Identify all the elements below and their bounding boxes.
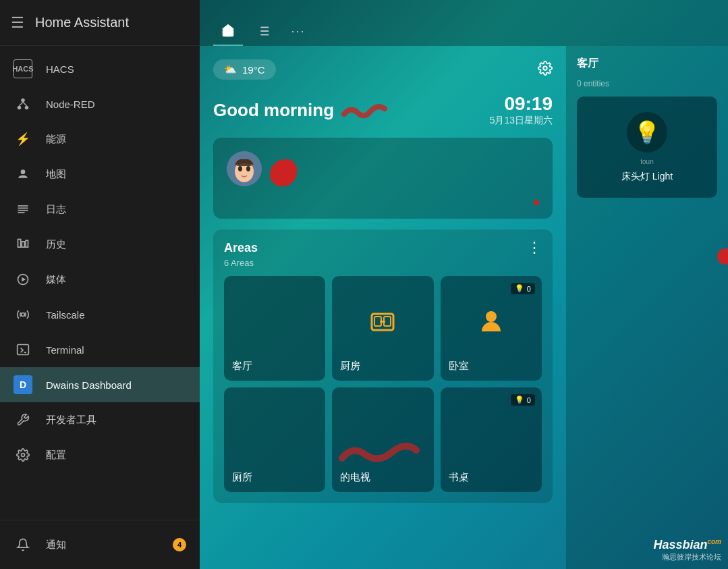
sidebar-item-tailscale[interactable]: Tailscale [0, 297, 200, 332]
light-state-label: toun [640, 158, 653, 165]
avatar [227, 151, 262, 186]
settings-gear-button[interactable] [538, 61, 553, 79]
nav-tab-more[interactable]: ··· [283, 16, 313, 46]
sidebar-item-map[interactable]: 地图 [0, 157, 200, 192]
map-icon [13, 165, 32, 184]
tailscale-icon [13, 305, 32, 324]
area-card-toilet[interactable]: 厕所 [224, 387, 325, 492]
time-block: 09:19 5月13日星期六 [490, 93, 553, 127]
tv-decoration [339, 438, 420, 465]
area-label-toilet: 厕所 [232, 471, 317, 484]
menu-toggle-icon[interactable]: ☰ [11, 14, 24, 32]
main-content: ··· ⛅ 19°C Good [200, 0, 728, 569]
hassbian-brand: Hassbiancom [653, 538, 721, 552]
area-label-kitchen: 厨房 [340, 360, 425, 373]
sidebar-item-label-tailscale: Tailscale [46, 309, 85, 321]
greeting-row: Good morning 09:19 5月13日星期六 [213, 93, 553, 127]
greeting-text: Good morning [213, 100, 334, 121]
log-icon [13, 200, 32, 219]
user-card-dot [534, 200, 539, 205]
bedroom-icon [476, 307, 506, 337]
right-panel: 客厅 0 entities 💡 toun 床头灯 Light Hassbianc… [566, 46, 728, 569]
area-label-bedroom: 卧室 [449, 360, 534, 373]
areas-section: Areas ⋮ 6 Areas 客厅 [213, 229, 553, 503]
sidebar-item-media[interactable]: 媒体 [0, 262, 200, 297]
right-panel-subtitle: 0 entities [577, 79, 717, 88]
areas-count: 6 Areas [224, 258, 542, 268]
svg-line-3 [20, 102, 24, 106]
area-card-living-room[interactable]: 客厅 [224, 276, 325, 381]
sidebar-item-label-energy: 能源 [46, 133, 66, 146]
history-icon [13, 235, 32, 254]
sidebar-item-label-media: 媒体 [46, 273, 66, 286]
sidebar-item-settings[interactable]: 配置 [0, 437, 200, 472]
hacs-icon: HACS [13, 59, 32, 78]
light-icon-wrapper: 💡 [627, 112, 667, 153]
sidebar-item-hacs[interactable]: HACS HACS [0, 51, 200, 86]
hassbian-tagline: 瀚思彼岸技术论坛 [653, 552, 721, 562]
sidebar-item-node-red[interactable]: Node-RED [0, 86, 200, 121]
svg-rect-11 [22, 242, 24, 247]
area-card-kitchen[interactable]: 厨房 [332, 276, 433, 381]
areas-header: Areas ⋮ [224, 240, 542, 255]
sidebar-item-label-devtools: 开发者工具 [46, 414, 96, 427]
svg-point-34 [486, 311, 497, 322]
svg-rect-10 [18, 240, 21, 248]
sidebar-item-label-settings: 配置 [46, 449, 66, 462]
lightbulb-icon: 💡 [634, 119, 661, 145]
sidebar-item-label-log: 日志 [46, 203, 66, 216]
sidebar-header: ☰ Home Assistant [0, 0, 200, 46]
user-status-blob [270, 159, 297, 186]
sidebar-item-history[interactable]: 历史 [0, 227, 200, 262]
sidebar-item-label-dwains: Dwains Dashboard [46, 379, 132, 391]
areas-grid: 客厅 厨房 [224, 276, 542, 492]
sidebar-footer: 通知 4 [0, 520, 200, 569]
area-card-bedroom[interactable]: 💡 0 卧室 [441, 276, 542, 381]
sidebar-item-log[interactable]: 日志 [0, 192, 200, 227]
bedroom-badge: 💡 0 [511, 283, 535, 294]
svg-marker-14 [22, 277, 26, 282]
weather-temperature: 19°C [242, 64, 265, 76]
svg-point-1 [18, 106, 22, 110]
red-dot-decoration [717, 248, 728, 265]
sidebar-item-label-history: 历史 [46, 238, 66, 251]
light-card[interactable]: 💡 toun 床头灯 Light [577, 97, 717, 198]
greeting-decoration [341, 101, 388, 119]
svg-point-29 [246, 166, 250, 171]
sidebar-item-dwains[interactable]: D Dwains Dashboard [0, 367, 200, 402]
svg-point-25 [543, 66, 547, 70]
sidebar-item-notifications[interactable]: 通知 4 [0, 527, 200, 562]
nav-tab-list[interactable] [248, 16, 278, 46]
nav-tab-home[interactable] [213, 16, 243, 46]
desk-badge-icon: 💡 [515, 396, 524, 404]
svg-point-15 [22, 313, 25, 317]
top-nav: ··· [200, 0, 728, 46]
media-icon [13, 270, 32, 289]
energy-icon: ⚡ [13, 130, 32, 148]
svg-rect-12 [26, 240, 28, 247]
app-title: Home Assistant [35, 15, 129, 30]
bedroom-badge-icon: 💡 [515, 284, 524, 293]
sidebar-item-terminal[interactable]: Terminal [0, 332, 200, 367]
svg-point-28 [238, 166, 242, 171]
sidebar-item-label-hacs: HACS [46, 63, 74, 75]
notification-label: 通知 [46, 539, 66, 551]
area-label-living-room: 客厅 [232, 360, 317, 373]
sidebar-item-label-terminal: Terminal [46, 344, 84, 356]
bedroom-badge-count: 0 [527, 285, 531, 293]
settings-icon [13, 445, 32, 464]
date-value: 5月13日星期六 [490, 115, 553, 127]
svg-point-5 [21, 169, 26, 174]
areas-title: Areas [224, 241, 258, 255]
sidebar: ☰ Home Assistant HACS HACS Node-RED [0, 0, 200, 569]
content-area: ⛅ 19°C Good morning [200, 46, 728, 569]
area-label-desk: 书桌 [449, 471, 534, 484]
svg-rect-33 [380, 321, 385, 323]
time-value: 09:19 [490, 93, 553, 115]
dwains-icon: D [13, 375, 32, 394]
sidebar-item-devtools[interactable]: 开发者工具 [0, 402, 200, 437]
sidebar-item-energy[interactable]: ⚡ 能源 [0, 121, 200, 157]
areas-more-button[interactable]: ⋮ [527, 240, 542, 255]
area-card-desk[interactable]: 💡 0 书桌 [441, 387, 542, 492]
area-card-tv[interactable]: 的电视 [332, 387, 433, 492]
